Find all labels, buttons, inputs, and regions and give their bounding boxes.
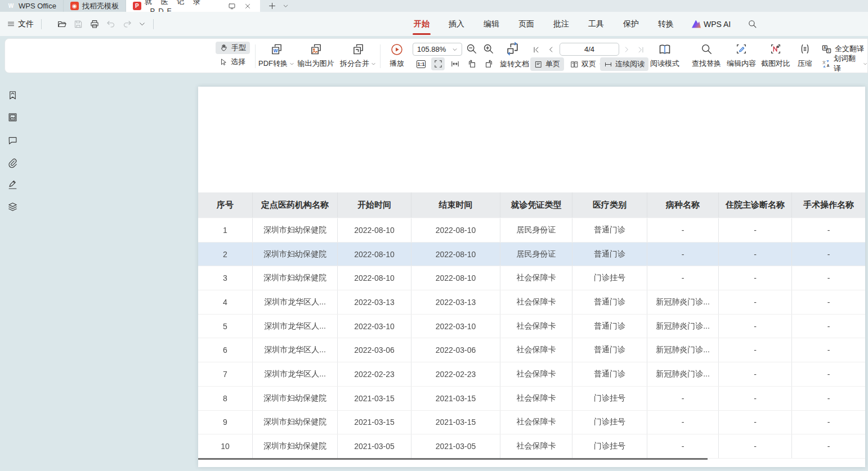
- table-cell: 深圳市妇幼保健院: [253, 434, 338, 458]
- table-cell: 社会保障卡: [500, 434, 572, 458]
- select-tool-button[interactable]: 选择: [216, 56, 250, 68]
- file-menu[interactable]: 文件: [7, 19, 34, 29]
- continuous-read-icon: [604, 60, 612, 69]
- zoom-in-icon: [482, 43, 494, 55]
- menu-tab-page[interactable]: 页面: [517, 17, 535, 32]
- rotate-right-button[interactable]: [482, 57, 495, 70]
- table-cell: 2022-03-13: [338, 290, 411, 314]
- continuous-read-button[interactable]: 连续阅读: [600, 57, 648, 71]
- hamburger-icon: [7, 20, 15, 28]
- zoom-out-button[interactable]: [466, 43, 477, 55]
- print-icon[interactable]: [90, 19, 100, 29]
- export-image-button[interactable]: 输出为图片: [294, 41, 338, 71]
- edit-content-button[interactable]: 编辑内容: [724, 41, 758, 71]
- menu-tab-comment[interactable]: 批注: [552, 17, 570, 32]
- tab-docer-templates[interactable]: ◉ 找稻壳模板: [64, 0, 126, 12]
- menubar-search-icon[interactable]: [748, 19, 757, 29]
- table-cell: 2022-03-06: [338, 338, 411, 362]
- last-page-icon: [637, 46, 645, 54]
- word-translate-button[interactable]: 文 A 划词翻译: [821, 57, 867, 70]
- table-cell: 门诊挂号: [572, 387, 647, 410]
- compress-button[interactable]: 压缩: [794, 41, 816, 71]
- pdf-convert-icon: W: [270, 43, 283, 56]
- screen-share-icon[interactable]: [226, 1, 238, 12]
- svg-text:W: W: [273, 48, 278, 53]
- table-row: 2深圳市妇幼保健院2022-08-102022-08-10居民身份证普通门诊--…: [198, 243, 865, 267]
- next-page-button[interactable]: [621, 44, 632, 55]
- record-table-body: 1深圳市妇幼保健院2022-08-102022-08-10居民身份证普通门诊--…: [198, 218, 865, 459]
- table-bottom-scrollbar[interactable]: [198, 458, 708, 460]
- table-cell: 2021-03-05: [338, 434, 411, 458]
- read-mode-button[interactable]: 阅读模式: [647, 41, 682, 71]
- first-page-button[interactable]: [530, 44, 542, 55]
- column-header: 结束时间: [411, 192, 500, 218]
- single-page-button[interactable]: 单页: [530, 57, 564, 71]
- table-cell: 2022-02-23: [338, 362, 411, 386]
- table-cell: 门诊挂号: [572, 411, 647, 434]
- undo-icon[interactable]: [106, 19, 116, 29]
- wps-ai-icon: [692, 20, 701, 28]
- tab-list-chevron-icon[interactable]: [280, 1, 292, 12]
- hand-tool-button[interactable]: 手型: [216, 42, 250, 54]
- fit-page-button[interactable]: [431, 57, 445, 70]
- last-page-button[interactable]: [635, 44, 646, 55]
- play-button[interactable]: 播放: [386, 41, 408, 71]
- column-header: 序号: [198, 192, 253, 218]
- wps-window: W WPS Office ◉ 找稻壳模板 P 就 医 记 录 .PDF: [0, 0, 868, 471]
- prev-page-button[interactable]: [545, 44, 557, 55]
- menu-tab-protect[interactable]: 保护: [622, 17, 640, 32]
- split-merge-button[interactable]: 拆分合并: [336, 41, 380, 71]
- menu-tab-convert[interactable]: 转换: [657, 17, 675, 32]
- redo-icon[interactable]: [122, 19, 132, 29]
- wps-ai-button[interactable]: WPS AI: [692, 20, 731, 29]
- open-file-icon[interactable]: [57, 19, 67, 29]
- layers-panel-icon[interactable]: [7, 201, 18, 212]
- edit-content-icon: [735, 43, 748, 55]
- rotate-doc-label[interactable]: 旋转文档: [500, 57, 529, 71]
- table-cell: -: [792, 315, 865, 338]
- column-header: 手术操作名称: [792, 192, 865, 218]
- menu-tab-insert[interactable]: 插入: [448, 17, 466, 32]
- menu-tab-edit[interactable]: 编辑: [482, 17, 500, 32]
- table-cell: -: [719, 218, 792, 242]
- table-cell: 新冠肺炎门诊...: [647, 315, 719, 338]
- tab-wps-home[interactable]: W WPS Office: [0, 0, 64, 12]
- column-header: 医疗类别: [572, 192, 647, 218]
- page-indicator-input[interactable]: 4/4: [560, 43, 619, 56]
- column-header: 住院主诊断名称: [719, 192, 792, 218]
- new-tab-button[interactable]: [267, 1, 278, 12]
- save-icon[interactable]: [73, 19, 83, 29]
- close-tab-icon[interactable]: [242, 1, 253, 12]
- actual-size-button[interactable]: 1:1: [414, 57, 428, 70]
- table-row: 6深圳市龙华区人...2022-03-062022-03-06社会保障卡普通门诊…: [198, 338, 865, 362]
- table-cell: -: [719, 387, 792, 410]
- quickbar-chevron-icon[interactable]: [138, 20, 146, 28]
- table-cell: 2021-03-15: [411, 411, 500, 434]
- zoom-level-select[interactable]: 105.88%: [413, 43, 462, 56]
- pdf-convert-button[interactable]: W PDF转换: [254, 41, 298, 71]
- tab-label: 找稻壳模板: [82, 1, 119, 11]
- table-cell: -: [647, 411, 719, 434]
- screenshot-compare-icon: [769, 43, 782, 55]
- find-replace-button[interactable]: 查找替换: [690, 41, 723, 71]
- bookmark-panel-icon[interactable]: [7, 90, 18, 101]
- rotate-doc-icon-button[interactable]: [505, 42, 520, 56]
- docer-icon: ◉: [70, 2, 79, 10]
- table-cell: -: [719, 243, 792, 266]
- comment-panel-icon[interactable]: [7, 135, 18, 146]
- signature-panel-icon[interactable]: [7, 180, 18, 190]
- table-cell: 2022-08-10: [338, 266, 411, 290]
- rotate-left-button[interactable]: [465, 57, 478, 70]
- attachment-panel-icon[interactable]: [7, 158, 18, 168]
- screenshot-compare-button[interactable]: 截图对比: [759, 41, 793, 71]
- table-row: 10深圳市妇幼保健院2021-03-052021-03-05社会保障卡门诊挂号-…: [198, 434, 865, 459]
- table-cell: 6: [198, 338, 253, 362]
- fit-width-button[interactable]: [448, 57, 462, 70]
- medical-records-table: 序号 定点医药机构名称 开始时间 结束时间 就诊凭证类型 医疗类别 病种名称 住…: [198, 192, 865, 459]
- table-cell: 门诊挂号: [572, 434, 647, 458]
- menu-tab-tools[interactable]: 工具: [587, 17, 605, 32]
- thumbnail-panel-icon[interactable]: [7, 112, 18, 123]
- zoom-in-button[interactable]: [482, 43, 494, 55]
- tab-document-pdf[interactable]: P 就 医 记 录 .PDF: [126, 0, 260, 12]
- menu-tab-home[interactable]: 开始: [413, 17, 431, 32]
